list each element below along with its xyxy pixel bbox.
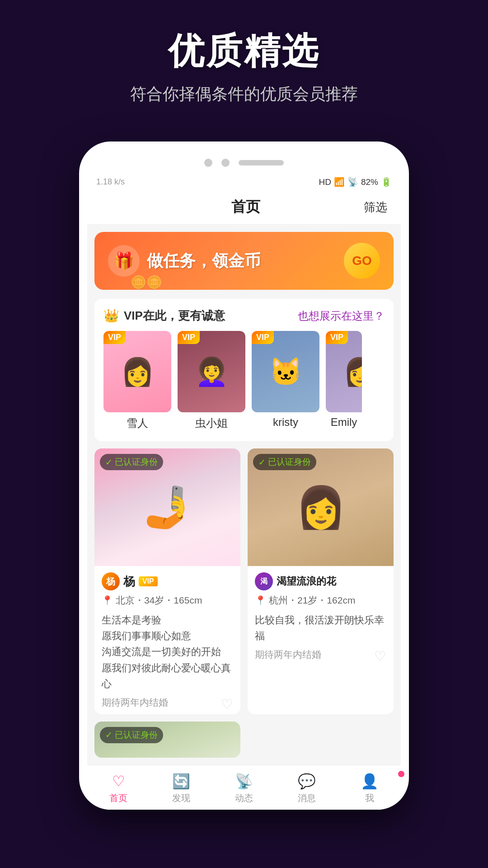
vip-badge-1: VIP	[103, 331, 126, 344]
go-button[interactable]: GO	[344, 243, 380, 279]
discover-icon: 🔄	[172, 773, 190, 790]
vip-header: 👑 VIP在此，更有诚意 也想展示在这里？	[103, 308, 385, 324]
location-text-1: 北京・34岁・165cm	[116, 594, 202, 607]
battery-level: 82%	[361, 177, 378, 187]
person-info-1: 杨 杨 VIP 📍 北京・34岁・165cm 生活本是考验愿我们事事顺心如意沟通…	[94, 566, 240, 714]
person-location-2: 📍 杭州・21岁・162cm	[255, 594, 386, 607]
promo-section: 优质精选 符合你择偶条件的优质会员推荐	[0, 0, 488, 123]
location-text-2: 杭州・21岁・162cm	[269, 594, 355, 607]
vip-card-photo-1: 👩 VIP	[103, 331, 171, 412]
vip-badge-3: VIP	[252, 331, 274, 344]
phone-camera	[204, 159, 212, 167]
profile-icon: 👤	[361, 773, 379, 790]
vip-star-1: VIP	[139, 576, 158, 586]
verified-text-1: 已认证身份	[115, 456, 158, 468]
phone-top-bar	[87, 155, 401, 174]
verified-text-3: 已认证身份	[115, 729, 158, 741]
vip-badge-4: VIP	[326, 331, 348, 344]
person-name-1: 杨	[123, 574, 135, 590]
wifi-icon: 📶	[334, 177, 345, 187]
crown-icon: 👑	[103, 308, 119, 323]
broadcast-icon: 📡	[235, 773, 253, 790]
phone-wrapper: 1.18 k/s HD 📶 📡 82% 🔋 首页 筛选 🎁 做任务，领金币	[79, 142, 409, 810]
promo-title: 优质精选	[18, 27, 470, 76]
phone-speaker	[239, 160, 284, 165]
app-header: 首页 筛选	[87, 190, 401, 225]
person-cards-grid: 🤳 ✓ 已认证身份 杨 杨 VIP 📍	[94, 448, 394, 758]
nav-item-message[interactable]: 💬 消息	[275, 773, 338, 804]
phone-frame: 1.18 k/s HD 📶 📡 82% 🔋 首页 筛选 🎁 做任务，领金币	[79, 142, 409, 810]
vip-title-text: VIP在此，更有诚意	[124, 308, 225, 324]
phone-sensor	[221, 159, 230, 167]
vip-card-2[interactable]: 👩‍🦱 VIP 虫小姐	[178, 331, 245, 432]
home-icon: ♡	[112, 773, 125, 790]
verified-badge-2: ✓ 已认证身份	[253, 454, 316, 470]
verified-badge-3: ✓ 已认证身份	[100, 727, 163, 743]
status-bar: 1.18 k/s HD 📶 📡 82% 🔋	[87, 174, 401, 190]
person-avatar-1: 杨	[102, 572, 120, 590]
bottom-nav: ♡ 首页 🔄 发现 📡 动态 💬 消息 👤 我	[87, 765, 401, 810]
vip-card-4[interactable]: 👩 VIP Emily	[326, 331, 362, 432]
message-icon: 💬	[298, 773, 316, 790]
vip-section: 👑 VIP在此，更有诚意 也想展示在这里？ 👩 VIP 雪人	[94, 299, 394, 441]
person-card-3-partial[interactable]: ✓ 已认证身份	[94, 722, 240, 758]
verified-badge-1: ✓ 已认证身份	[100, 454, 163, 470]
filter-button[interactable]: 筛选	[364, 199, 387, 215]
vip-card-1[interactable]: 👩 VIP 雪人	[103, 331, 171, 432]
battery-icon: 🔋	[381, 177, 392, 187]
person-expect-1: 期待两年内结婚 ♡	[102, 696, 233, 709]
like-icon-1[interactable]: ♡	[221, 696, 233, 712]
check-icon: ✓	[105, 457, 113, 467]
person-location-1: 📍 北京・34岁・165cm	[102, 594, 233, 607]
person-avatar-2: 渴	[255, 572, 273, 590]
app-content: 🎁 做任务，领金币 GO 🪙🪙 👑 VIP在此，更有诚意 也想展示在这里？	[87, 225, 401, 765]
banner-character-icon: 🎁	[108, 245, 140, 277]
nav-item-dynamic[interactable]: 📡 动态	[213, 773, 276, 804]
person-name-2: 渴望流浪的花	[277, 575, 336, 588]
person-info-2: 渴 渴望流浪的花 📍 杭州・21岁・162cm 比较自我，很活泼开朗快乐幸福 期…	[248, 566, 394, 666]
banner-text: 做任务，领金币	[147, 250, 261, 272]
promo-subtitle: 符合你择偶条件的优质会员推荐	[18, 83, 470, 105]
vip-showcase-link[interactable]: 也想展示在这里？	[298, 309, 385, 323]
vip-name-1: 雪人	[103, 412, 171, 432]
vip-name-2: 虫小姐	[178, 412, 245, 432]
person-card-2[interactable]: 👩 ✓ 已认证身份 渴 渴望流浪的花 📍 杭州・21岁	[248, 448, 394, 714]
person-bio-1: 生活本是考验愿我们事事顺心如意沟通交流是一切美好的开始愿我们对彼此耐心爱心暖心真…	[102, 612, 233, 692]
banner-left: 🎁 做任务，领金币	[108, 245, 261, 277]
vip-name-4: Emily	[326, 412, 362, 430]
vip-card-photo-4: 👩 VIP	[326, 331, 362, 412]
vip-title: 👑 VIP在此，更有诚意	[103, 308, 225, 324]
nav-item-profile[interactable]: 👤 我	[338, 773, 401, 804]
check-icon-3: ✓	[105, 730, 113, 740]
person-card-1[interactable]: 🤳 ✓ 已认证身份 杨 杨 VIP 📍	[94, 448, 240, 714]
like-icon-2[interactable]: ♡	[374, 648, 386, 664]
nav-label-profile: 我	[365, 792, 374, 804]
task-banner[interactable]: 🎁 做任务，领金币 GO 🪙🪙	[94, 232, 394, 290]
coins-decoration: 🪙🪙	[131, 275, 162, 290]
person-name-row-2: 渴 渴望流浪的花	[255, 572, 386, 590]
person-expect-2: 期待两年内结婚 ♡	[255, 648, 386, 661]
page-title: 首页	[128, 197, 364, 217]
person-name-row-1: 杨 杨 VIP	[102, 572, 233, 590]
signal-icon: 📡	[347, 177, 358, 187]
nav-item-discover[interactable]: 🔄 发现	[150, 773, 213, 804]
vip-name-3: kristy	[252, 412, 319, 430]
person-photo-3: ✓ 已认证身份	[94, 722, 240, 758]
location-pin-1: 📍	[102, 595, 113, 606]
network-speed: 1.18 k/s	[96, 177, 125, 187]
verified-text-2: 已认证身份	[268, 456, 311, 468]
vip-card-photo-3: 🐱 VIP	[252, 331, 319, 412]
person-photo-2: 👩 ✓ 已认证身份	[248, 448, 394, 566]
vip-card-photo-2: 👩‍🦱 VIP	[178, 331, 245, 412]
nav-label-home: 首页	[109, 792, 127, 804]
person-bio-2: 比较自我，很活泼开朗快乐幸福	[255, 612, 386, 644]
nav-item-home[interactable]: ♡ 首页	[87, 773, 150, 804]
profile-badge-dot	[398, 771, 404, 777]
vip-cards-list: 👩 VIP 雪人 👩‍🦱 VIP 虫小姐	[103, 331, 385, 432]
hd-badge: HD	[319, 177, 331, 187]
status-right: HD 📶 📡 82% 🔋	[319, 177, 392, 187]
vip-badge-2: VIP	[178, 331, 200, 344]
vip-card-3[interactable]: 🐱 VIP kristy	[252, 331, 319, 432]
nav-label-message: 消息	[298, 792, 316, 804]
nav-label-dynamic: 动态	[235, 792, 253, 804]
